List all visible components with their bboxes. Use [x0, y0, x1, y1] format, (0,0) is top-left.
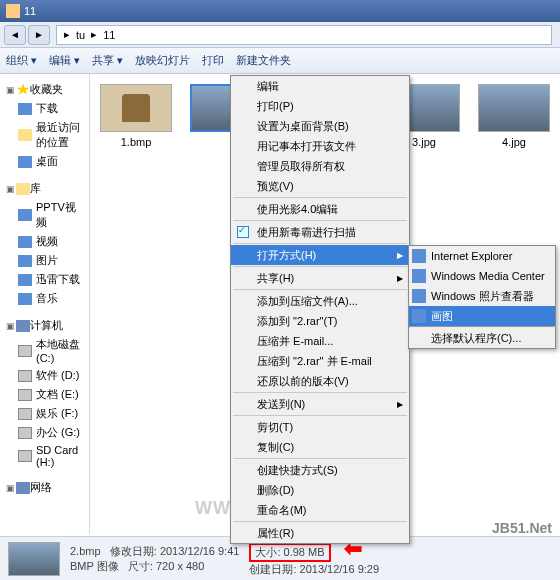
status-dim-label: 尺寸:	[128, 560, 153, 572]
breadcrumb-part[interactable]: tu	[73, 29, 88, 41]
status-moddate: 2013/12/16 9:41	[160, 545, 240, 557]
drive-icon	[18, 370, 32, 382]
sidebar-item-recent[interactable]: 最近访问的位置	[4, 118, 85, 152]
wmc-icon	[412, 269, 426, 283]
sidebar-favorites[interactable]: ▣ 收藏夹	[4, 80, 85, 99]
sidebar-item-drive-g[interactable]: 办公 (G:)	[4, 423, 85, 442]
ctx-email[interactable]: 压缩并 E-mail...	[231, 331, 409, 351]
breadcrumb-part[interactable]: 11	[100, 29, 118, 41]
sidebar-item-drive-d[interactable]: 软件 (D:)	[4, 366, 85, 385]
sdcard-icon	[18, 450, 32, 462]
size-highlight-box: 大小: 0.98 MB	[249, 543, 330, 562]
thumb-image	[478, 84, 550, 132]
toolbar-share[interactable]: 共享 ▾	[92, 53, 123, 68]
toolbar-newfolder[interactable]: 新建文件夹	[236, 53, 291, 68]
toolbar: 组织 ▾ 编辑 ▾ 共享 ▾ 放映幻灯片 打印 新建文件夹	[0, 48, 560, 74]
status-preview-image	[8, 542, 60, 576]
ctx-sendto[interactable]: 发送到(N)▶	[231, 394, 409, 414]
thumb-1[interactable]: 1.bmp	[100, 84, 172, 148]
breadcrumb-sep: ▸	[61, 28, 73, 41]
network-icon	[16, 482, 30, 494]
sidebar-item-drive-e[interactable]: 文档 (E:)	[4, 385, 85, 404]
ctx-compress-a[interactable]: 添加到压缩文件(A)...	[231, 291, 409, 311]
recent-icon	[18, 129, 32, 141]
status-dim: 720 x 480	[156, 560, 204, 572]
sub-paint[interactable]: 画图	[409, 306, 555, 326]
desktop-icon	[18, 156, 32, 168]
ctx-email2[interactable]: 压缩到 "2.rar" 并 E-mail	[231, 351, 409, 371]
sidebar-libraries[interactable]: ▣ 库	[4, 179, 85, 198]
status-size-label: 大小:	[255, 546, 280, 558]
context-menu: 编辑 打印(P) 设置为桌面背景(B) 用记事本打开该文件 管理员取得所有权 预…	[230, 75, 410, 544]
ctx-openwith[interactable]: 打开方式(H)▶	[231, 245, 409, 265]
ctx-notepad[interactable]: 用记事本打开该文件	[231, 136, 409, 156]
arrow-right-icon: ▶	[397, 251, 403, 260]
breadcrumb-sep: ▸	[88, 28, 100, 41]
sidebar-item-music[interactable]: 音乐	[4, 289, 85, 308]
ctx-copy[interactable]: 复制(C)	[231, 437, 409, 457]
library-icon	[16, 183, 30, 195]
computer-icon	[16, 320, 30, 332]
ctx-share[interactable]: 共享(H)▶	[231, 268, 409, 288]
status-created: 2013/12/16 9:29	[300, 563, 380, 575]
thumb-4[interactable]: 4.jpg	[478, 84, 550, 148]
picture-icon	[18, 255, 32, 267]
nav-forward-button[interactable]: ►	[28, 25, 50, 45]
toolbar-organize[interactable]: 组织 ▾	[6, 53, 37, 68]
ctx-shortcut[interactable]: 创建快捷方式(S)	[231, 460, 409, 480]
openwith-submenu: Internet Explorer Windows Media Center W…	[408, 245, 556, 349]
sidebar-item-drive-f[interactable]: 娱乐 (F:)	[4, 404, 85, 423]
sub-viewer[interactable]: Windows 照片查看器	[409, 286, 555, 306]
ctx-print[interactable]: 打印(P)	[231, 96, 409, 116]
window-title: 11	[24, 5, 36, 17]
toolbar-edit[interactable]: 编辑 ▾	[49, 53, 80, 68]
ctx-delete[interactable]: 删除(D)	[231, 480, 409, 500]
sidebar-network[interactable]: ▣ 网络	[4, 478, 85, 497]
video-icon	[18, 209, 32, 221]
ctx-admin[interactable]: 管理员取得所有权	[231, 156, 409, 176]
check-icon	[237, 226, 249, 238]
toolbar-print[interactable]: 打印	[202, 53, 224, 68]
sidebar: ▣ 收藏夹 下载 最近访问的位置 桌面 ▣ 库 PPTV视频 视频 图片 迅雷下…	[0, 74, 90, 534]
window-icon	[6, 4, 20, 18]
sidebar-item-video[interactable]: 视频	[4, 232, 85, 251]
ctx-shadow[interactable]: 使用光影4.0编辑	[231, 199, 409, 219]
ctx-edit[interactable]: 编辑	[231, 76, 409, 96]
sidebar-item-thunder[interactable]: 迅雷下载	[4, 270, 85, 289]
sidebar-computer[interactable]: ▣ 计算机	[4, 316, 85, 335]
ctx-compress-t[interactable]: 添加到 "2.rar"(T)	[231, 311, 409, 331]
viewer-icon	[412, 289, 426, 303]
music-icon	[18, 293, 32, 305]
star-icon	[16, 84, 30, 96]
ctx-preview[interactable]: 预览(V)	[231, 176, 409, 196]
sidebar-item-pptv[interactable]: PPTV视频	[4, 198, 85, 232]
sub-ie[interactable]: Internet Explorer	[409, 246, 555, 266]
ctx-cut[interactable]: 剪切(T)	[231, 417, 409, 437]
sub-choose[interactable]: 选择默认程序(C)...	[409, 328, 555, 348]
nav-bar: ◄ ► ▸ tu ▸ 11	[0, 22, 560, 48]
nav-back-button[interactable]: ◄	[4, 25, 26, 45]
drive-icon	[18, 389, 32, 401]
video-icon	[18, 236, 32, 248]
status-created-label: 创建日期:	[249, 563, 296, 575]
breadcrumb[interactable]: ▸ tu ▸ 11	[56, 25, 552, 45]
download-icon	[18, 103, 32, 115]
sidebar-item-drive-c[interactable]: 本地磁盘 (C:)	[4, 335, 85, 366]
status-moddate-label: 修改日期:	[110, 545, 157, 557]
sidebar-item-desktop[interactable]: 桌面	[4, 152, 85, 171]
ctx-scan[interactable]: 使用新毒霸进行扫描	[231, 222, 409, 242]
sub-wmc[interactable]: Windows Media Center	[409, 266, 555, 286]
arrow-right-icon: ▶	[397, 274, 403, 283]
window-titlebar: 11	[0, 0, 560, 22]
toolbar-slideshow[interactable]: 放映幻灯片	[135, 53, 190, 68]
sidebar-item-drive-h[interactable]: SD Card (H:)	[4, 442, 85, 470]
ctx-restore[interactable]: 还原以前的版本(V)	[231, 371, 409, 391]
thumb-image	[100, 84, 172, 132]
ctx-rename[interactable]: 重命名(M)	[231, 500, 409, 520]
sidebar-item-pictures[interactable]: 图片	[4, 251, 85, 270]
sidebar-item-downloads[interactable]: 下载	[4, 99, 85, 118]
paint-icon	[412, 309, 426, 323]
ctx-setbg[interactable]: 设置为桌面背景(B)	[231, 116, 409, 136]
status-filename: 2.bmp	[70, 545, 101, 557]
ctx-props[interactable]: 属性(R)	[231, 523, 409, 543]
